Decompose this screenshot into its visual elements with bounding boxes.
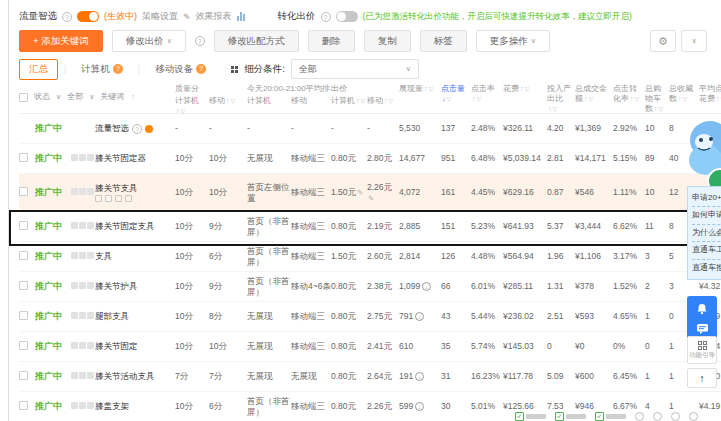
keyword-tool-icon[interactable]	[79, 342, 86, 349]
row-checkbox[interactable]	[19, 153, 28, 162]
keyword-tool-icon[interactable]	[87, 252, 94, 259]
column-header-cvr[interactable]: 点击转化率↑▽	[613, 84, 645, 104]
row-checkbox[interactable]	[19, 371, 28, 380]
cell-bid-mobile[interactable]: 2.41元	[367, 341, 399, 352]
low-impression-info-icon[interactable]: ↓	[415, 312, 424, 321]
tab-pc[interactable]: 计算机?	[72, 60, 132, 79]
cell-bid-mobile[interactable]: 2.26元	[367, 401, 399, 412]
column-header-gmv[interactable]: 总成交金额↑▽	[575, 84, 613, 104]
strategy-settings-link[interactable]: 策略设置	[142, 10, 178, 23]
table-row[interactable]: 推广中腿部支具10分8分无展现移动端三0.80元2.75元791↓435.44%…	[19, 302, 721, 332]
segment-select[interactable]: 全部∨	[291, 59, 419, 79]
keyword-tool-icon[interactable]	[79, 402, 86, 409]
keyword-tool-icon[interactable]	[87, 312, 94, 319]
keyword-sort[interactable]: 关键词	[100, 92, 124, 102]
table-row[interactable]: 推广中支具10分6分首页（非首屏）移动端三1.50元2.60元2,8141264…	[19, 242, 721, 272]
delete-button[interactable]: 删除	[308, 30, 355, 52]
cell-bid-mobile[interactable]: 2.80元	[367, 153, 399, 164]
more-actions-dropdown[interactable]: 更多操作∨	[476, 30, 550, 52]
keyword-action-icon[interactable]	[105, 195, 112, 202]
capture-option[interactable]: ✓	[515, 412, 546, 421]
cell-bid-pc[interactable]: 1.50元	[331, 251, 367, 262]
copy-button[interactable]: 复制	[364, 30, 411, 52]
cell-bid-mobile[interactable]: 2.60元	[367, 251, 399, 262]
pencil-icon[interactable]: ✎	[357, 188, 363, 197]
subcolumn-header[interactable]: 计算机↑▽	[175, 96, 209, 116]
add-keyword-button[interactable]: + 添加关键词	[19, 30, 103, 52]
keyword-tool-icon[interactable]	[79, 282, 86, 289]
keyword-tool-icon[interactable]	[71, 282, 78, 289]
capture-tool-icon[interactable]	[671, 412, 680, 421]
cell-bid-mobile[interactable]: 2.19元	[367, 221, 399, 232]
keyword-tool-icon[interactable]	[79, 252, 86, 259]
help-icon[interactable]: ?	[321, 12, 331, 22]
feature-guide-button[interactable]: 功能引导	[687, 336, 717, 364]
keyword-tool-icon[interactable]	[71, 342, 78, 349]
capture-tool-icon[interactable]	[635, 412, 644, 421]
filter-icon[interactable]: ▽	[635, 96, 640, 102]
cell-bid-pc[interactable]: 0.80元	[331, 341, 367, 352]
low-impression-info-icon[interactable]: ↓	[415, 372, 424, 381]
bar-chart-icon[interactable]	[237, 12, 245, 21]
keyword-tool-icon[interactable]	[71, 312, 78, 319]
keyword-tool-icon[interactable]	[87, 402, 94, 409]
keyword-tool-icon[interactable]	[71, 188, 78, 195]
sort-asc-icon[interactable]: ↑	[630, 95, 634, 102]
subcolumn-header[interactable]: 计算机	[247, 96, 291, 106]
keyword-action-icon[interactable]	[125, 195, 132, 202]
filter-icon[interactable]: ▽	[525, 86, 530, 92]
subcolumn-header[interactable]: 计算机↑▽	[331, 96, 367, 106]
faq-item[interactable]: 直通车推广计划?	[692, 260, 721, 276]
tab-summary[interactable]: 汇总	[19, 59, 58, 80]
modify-match-button[interactable]: 修改匹配方式	[214, 30, 299, 52]
filter-icon[interactable]: ▽	[447, 96, 452, 102]
table-row[interactable]: 推广中流量智选?------5,5301372.48%¥326.114.20¥1…	[19, 114, 721, 144]
subcolumn-header[interactable]: 移动	[291, 96, 331, 106]
row-checkbox[interactable]	[19, 221, 28, 230]
keyword-tool-icon[interactable]	[79, 222, 86, 229]
faq-item[interactable]: 申请20+	[692, 190, 721, 207]
help-icon[interactable]: ?	[62, 12, 72, 22]
subcolumn-header[interactable]: 移动↑▽	[367, 96, 399, 106]
filter-icon[interactable]: ▽	[231, 98, 236, 104]
keyword-tool-icon[interactable]	[71, 222, 78, 229]
cell-bid-pc[interactable]: 0.80元	[331, 401, 367, 412]
settings-button[interactable]: ⚙	[650, 30, 676, 52]
capture-tool-icon[interactable]	[653, 412, 662, 421]
cell-bid-pc[interactable]: -	[331, 123, 367, 134]
sort-asc-icon[interactable]: ↑	[176, 107, 180, 114]
sort-asc-icon[interactable]: ↑	[654, 105, 658, 112]
filter-icon[interactable]: ▽	[429, 86, 434, 92]
keyword-tool-icon[interactable]	[87, 222, 94, 229]
faq-item[interactable]: 如何申请图片功能	[692, 207, 721, 224]
cell-bid-pc[interactable]: 0.80元	[331, 153, 367, 164]
filter-icon[interactable]: ▽	[361, 98, 366, 104]
back-to-top-button[interactable]: ↑	[687, 368, 717, 388]
keyword-tool-icon[interactable]	[87, 282, 94, 289]
keyword-tool-icon[interactable]	[87, 342, 94, 349]
cell-bid-pc[interactable]: 0.80元	[331, 311, 367, 322]
column-header-roi[interactable]: 投入产出比↑▽	[547, 84, 575, 114]
filter-icon[interactable]: ▽	[589, 96, 594, 102]
column-header-favs[interactable]: 总收藏数↑▽	[669, 84, 699, 104]
low-impression-info-icon[interactable]: ↓	[422, 282, 431, 291]
keyword-tool-icon[interactable]	[71, 252, 78, 259]
column-header-ctr[interactable]: 点击率↑▽	[471, 84, 503, 104]
row-checkbox[interactable]	[19, 281, 28, 290]
cell-bid-mobile[interactable]: -	[367, 123, 399, 134]
row-checkbox[interactable]	[19, 311, 28, 320]
low-impression-info-icon[interactable]: ↓	[415, 402, 424, 411]
effect-report-link[interactable]: 效果报表	[196, 10, 232, 23]
keyword-action-icon[interactable]	[95, 195, 102, 202]
cell-bid-mobile[interactable]: 2.64元	[367, 371, 399, 382]
sort-asc-icon[interactable]: ↑	[384, 97, 388, 104]
sort-asc-icon[interactable]: ↑	[520, 85, 524, 92]
row-checkbox[interactable]	[19, 401, 28, 410]
cell-bid-mobile[interactable]: 2.75元	[367, 311, 399, 322]
faq-item[interactable]: 为什么会超过日限额	[692, 225, 721, 242]
sort-asc-icon[interactable]: ↑	[678, 95, 682, 102]
row-checkbox[interactable]	[19, 341, 28, 350]
row-checkbox[interactable]	[19, 251, 28, 260]
column-header-spend[interactable]: 花费↑▽	[503, 84, 547, 94]
sort-asc-icon[interactable]: ↑	[584, 95, 588, 102]
